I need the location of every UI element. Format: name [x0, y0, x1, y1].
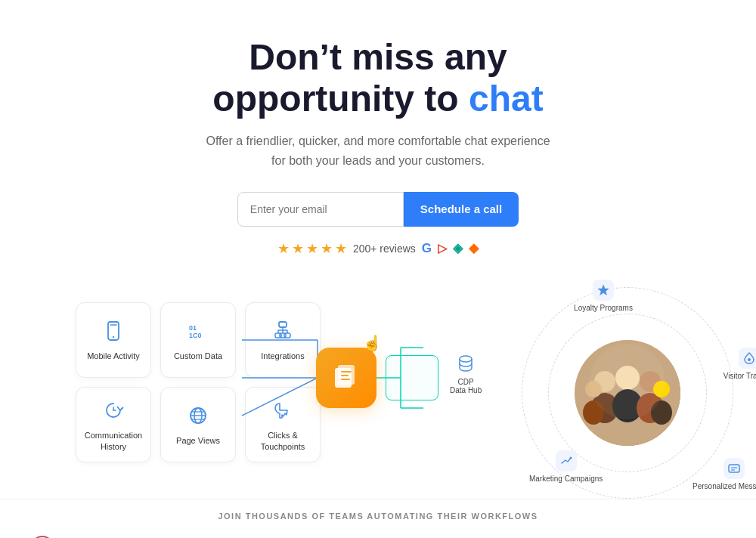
svg-rect-35	[341, 375, 349, 376]
review-logo-3: ◈	[453, 240, 463, 256]
cdp-label-text: CDPData Hub	[450, 378, 482, 394]
custom-data-icon: 01 1C0	[184, 317, 212, 345]
main-container: Don’t miss any opportunity to chat Offer…	[0, 0, 756, 538]
schedule-call-button[interactable]: Schedule a call	[404, 192, 519, 227]
feature-label-integrations: Integrations	[261, 351, 304, 361]
feature-label-page-views: Page Views	[176, 435, 220, 446]
svg-text:1C0: 1C0	[189, 332, 202, 339]
feature-box-comm-history: Communication History	[76, 387, 151, 462]
diagram-section: Mobile Activity 01 1C0 Custom Data	[0, 287, 756, 484]
brand-lg: LG LG	[30, 536, 81, 538]
star-1: ★	[277, 240, 290, 257]
integrations-icon	[269, 317, 296, 345]
svg-rect-36	[341, 379, 350, 380]
feature-label-comm-history: Communication History	[76, 430, 150, 452]
star-2: ★	[292, 240, 304, 257]
svg-rect-13	[284, 333, 290, 338]
marketing-campaigns-text: Marketing Campaigns	[529, 474, 603, 484]
page-views-icon	[184, 402, 212, 429]
visitor-tracking-icon	[739, 348, 756, 369]
brands-section: JOIN THOUSANDS OF TEAMS AUTOMATING THEIR…	[0, 499, 756, 538]
feature-label-mobile-activity: Mobile Activity	[87, 351, 140, 361]
feature-label-clicks-touchpoints: Clicks & Touchpoints	[246, 430, 320, 452]
svg-text:01: 01	[189, 324, 197, 332]
star-rating: ★ ★ ★ ★ ★	[277, 240, 347, 257]
lg-circle: LG	[30, 536, 54, 538]
feature-box-integrations: Integrations	[245, 302, 321, 378]
email-input[interactable]	[237, 192, 404, 227]
review-logo-2: ▷	[438, 241, 447, 255]
svg-point-54	[569, 456, 572, 459]
feature-box-page-views: Page Views	[160, 387, 236, 462]
feature-label-custom-data: Custom Data	[174, 351, 222, 361]
star-4: ★	[321, 240, 333, 257]
personalized-messaging-label: Personalized Messaging	[692, 458, 756, 491]
loyalty-programs-label: Loyalty Programs	[574, 280, 633, 313]
personalized-messaging-text: Personalized Messaging	[692, 481, 756, 491]
svg-point-49	[590, 344, 665, 419]
svg-rect-51	[729, 465, 739, 472]
comm-history-icon	[100, 397, 127, 424]
marketing-campaigns-icon	[556, 450, 577, 472]
reviews-row: ★ ★ ★ ★ ★ 200+ reviews G ▷ ◈ ◆	[15, 240, 741, 257]
feature-boxes: Mobile Activity 01 1C0 Custom Data	[76, 302, 321, 462]
brands-label: JOIN THOUSANDS OF TEAMS AUTOMATING THEIR…	[30, 512, 726, 521]
svg-point-50	[748, 358, 751, 361]
feature-box-clicks-touchpoints: Clicks & Touchpoints	[245, 387, 321, 462]
svg-rect-34	[341, 371, 352, 373]
personalized-messaging-icon	[723, 458, 745, 479]
review-logos: G ▷ ◈ ◆	[422, 240, 479, 256]
star-5: ★	[335, 240, 347, 257]
center-photo	[575, 340, 680, 446]
feature-box-mobile-activity: Mobile Activity	[76, 302, 151, 378]
star-3: ★	[306, 240, 318, 257]
cta-row: Schedule a call	[15, 192, 741, 227]
connector-rect	[386, 355, 438, 400]
review-logo-4: ◆	[469, 240, 479, 256]
loyalty-programs-text: Loyalty Programs	[574, 303, 633, 313]
svg-point-37	[460, 356, 472, 362]
clicks-touchpoints-icon	[269, 397, 296, 424]
loyalty-programs-icon	[593, 280, 614, 301]
svg-rect-5	[279, 322, 287, 327]
circular-diagram: Loyalty Programs Visitor Tracking	[522, 287, 733, 499]
cdp-icon	[454, 351, 478, 376]
feature-box-custom-data: 01 1C0 Custom Data	[160, 302, 236, 378]
visitor-tracking-text: Visitor Tracking	[723, 371, 756, 381]
mobile-activity-icon	[100, 317, 127, 345]
cdp-data-hub-label: CDPData Hub	[450, 351, 482, 394]
hero-subtitle: Offer a friendlier, quicker, and more co…	[15, 131, 741, 170]
google-logo: G	[422, 241, 432, 256]
brands-row: LG LG ↺ Qconcursos BNP PARIBAS wakacje.p…	[30, 536, 726, 538]
visitor-tracking-label: Visitor Tracking	[723, 348, 756, 381]
hero-title: Don’t miss any opportunity to chat	[15, 36, 741, 119]
svg-point-1	[113, 336, 114, 338]
hero-section: Don’t miss any opportunity to chat Offer…	[0, 0, 756, 287]
cursor-hand-icon: ☝️	[363, 334, 382, 352]
marketing-campaigns-label: Marketing Campaigns	[529, 450, 603, 484]
central-cdp-box[interactable]	[316, 348, 376, 408]
reviews-count: 200+ reviews	[353, 243, 416, 255]
